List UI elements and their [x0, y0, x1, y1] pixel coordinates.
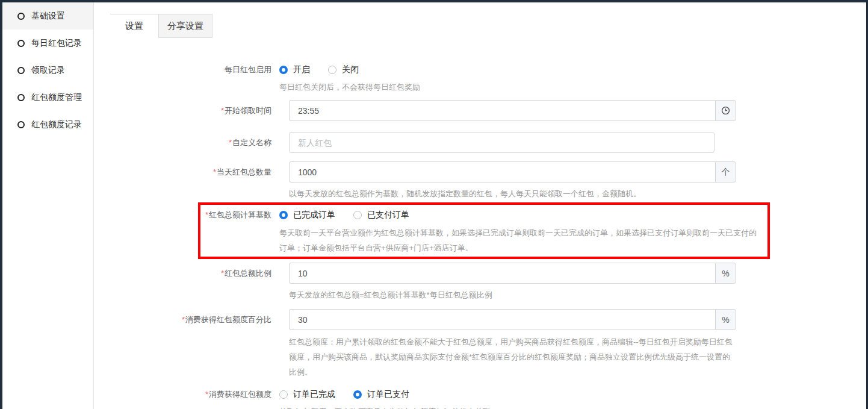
- radio-unchecked-icon: [328, 66, 336, 74]
- row-total-count: *当天红包总数量 个 以每天发放的红包总额作为基数，随机发放指定数量的红包，每人…: [95, 161, 866, 199]
- field-label: 每日红包启用: [95, 64, 271, 93]
- required-mark: *: [205, 390, 208, 399]
- total-ratio-input[interactable]: [289, 263, 715, 284]
- radio-label: 已支付订单: [367, 210, 409, 220]
- tab-bar: 设置 分享设置: [110, 14, 212, 38]
- field-content: [289, 100, 736, 121]
- custom-name-input[interactable]: [289, 132, 715, 153]
- radio-enable-on[interactable]: 开启: [279, 64, 310, 75]
- label-text: 自定义名称: [232, 138, 271, 147]
- sidebar-item-label: 领取记录: [31, 65, 65, 76]
- sidebar-item-quota-management[interactable]: 红包额度管理: [2, 84, 93, 111]
- sidebar-item-label: 红包额度记录: [31, 119, 82, 130]
- sidebar: 基础设置 每日红包记录 领取记录 红包额度管理 红包额度记录: [2, 2, 94, 409]
- window-frame-left: [0, 0, 2, 409]
- field-content: 订单已完成 订单已支付 获取红包额度：用户购买商品产生的红包额度与订单状态关联: [279, 389, 491, 409]
- label-text: 消费获得红包额度: [209, 390, 271, 399]
- radio-checked-icon: [279, 66, 288, 74]
- radio-order-completed[interactable]: 订单已完成: [279, 389, 335, 400]
- field-content: % 红包总额度：用户累计领取的红包金额不能大于红包总额度，用户购买商品获得红包额…: [289, 309, 737, 379]
- label-text: 消费获得红包额度百分比: [185, 315, 271, 324]
- sidebar-item-daily-redpacket-records[interactable]: 每日红包记录: [2, 30, 93, 57]
- circle-icon: [17, 13, 25, 20]
- label-text: 每日红包启用: [225, 65, 271, 74]
- helper-text: 每天取前一天平台营业额作为红包总额计算基数，如果选择已完成订单则取前一天已完成的…: [279, 225, 761, 255]
- row-calc-base: *红包总额计算基数 已完成订单 已支付订单 每天取前一天平台营业额作为红包总额计: [95, 209, 866, 255]
- field-content: [289, 132, 715, 153]
- helper-text: 以每天发放的红包总额作为基数，随机发放指定数量的红包，每人每天只能领取一个红包，…: [289, 188, 736, 199]
- label-text: 当天红包总数量: [217, 167, 271, 176]
- field-label: *红包总额计算基数: [95, 209, 271, 255]
- field-content: 个 以每天发放的红包总额作为基数，随机发放指定数量的红包，每人每天只能领取一个红…: [289, 161, 736, 199]
- radio-label: 订单已支付: [367, 389, 409, 400]
- label-text: 红包总额计算基数: [209, 210, 271, 219]
- row-total-ratio: *红包总额比例 % 每天发放的红包总额=红包总额计算基数*每日红包总额比例: [95, 263, 866, 301]
- circle-icon: [17, 94, 25, 101]
- main-panel: 设置 分享设置 每日红包启用 开启 关闭: [95, 2, 866, 409]
- field-label: *红包总额比例: [95, 263, 271, 301]
- required-mark: *: [221, 269, 224, 278]
- time-picker-button[interactable]: [715, 100, 736, 121]
- radio-unchecked-icon: [353, 211, 362, 219]
- radio-label: 已完成订单: [293, 210, 335, 220]
- radio-label: 开启: [293, 64, 310, 75]
- sidebar-item-label: 基础设置: [31, 11, 65, 22]
- helper-text: 获取红包额度：用户购买商品产生的红包额度与订单状态关联: [279, 406, 491, 409]
- radio-label: 关闭: [342, 64, 359, 75]
- row-quota-state: *消费获得红包额度 订单已完成 订单已支付 获取红包额度：用户购买商品产生的红包: [95, 389, 866, 409]
- row-start-time: *开始领取时间: [95, 100, 866, 121]
- sidebar-item-quota-records[interactable]: 红包额度记录: [2, 111, 93, 138]
- percent-suffix: %: [715, 263, 736, 284]
- radio-unchecked-icon: [279, 390, 288, 399]
- settings-form: 每日红包启用 开启 关闭 每日红包关闭后，不会获得每日红包奖励: [95, 64, 866, 409]
- radio-checked-icon: [353, 390, 362, 399]
- label-text: 红包总额比例: [225, 269, 271, 278]
- field-content: 已完成订单 已支付订单 每天取前一天平台营业额作为红包总额计算基数，如果选择已完…: [279, 209, 761, 255]
- circle-icon: [17, 40, 25, 47]
- field-label: *开始领取时间: [95, 100, 271, 121]
- total-count-input[interactable]: [289, 161, 715, 183]
- radio-enable-off[interactable]: 关闭: [328, 64, 359, 75]
- field-content: % 每天发放的红包总额=红包总额计算基数*每日红包总额比例: [289, 263, 736, 301]
- percent-suffix: %: [715, 309, 736, 330]
- required-mark: *: [229, 138, 232, 147]
- field-content: 开启 关闭 每日红包关闭后，不会获得每日红包奖励: [279, 64, 420, 93]
- start-time-input[interactable]: [289, 100, 715, 121]
- radio-completed-orders[interactable]: 已完成订单: [279, 210, 335, 220]
- required-mark: *: [213, 167, 216, 176]
- field-label: *当天红包总数量: [95, 161, 271, 199]
- radio-order-paid[interactable]: 订单已支付: [353, 389, 409, 400]
- row-custom-name: *自定义名称: [95, 132, 866, 153]
- sidebar-item-label: 红包额度管理: [31, 92, 82, 103]
- row-daily-enable: 每日红包启用 开启 关闭 每日红包关闭后，不会获得每日红包奖励: [95, 64, 866, 93]
- app-root: 基础设置 每日红包记录 领取记录 红包额度管理 红包额度记录 设置 分享设置: [0, 0, 868, 409]
- sidebar-item-basic-settings[interactable]: 基础设置: [2, 2, 93, 30]
- helper-text: 每日红包关闭后，不会获得每日红包奖励: [279, 81, 420, 93]
- window-frame-top: [0, 0, 868, 2]
- field-label: *消费获得红包额度: [95, 389, 271, 409]
- radio-checked-icon: [279, 211, 288, 219]
- radio-label: 订单已完成: [293, 389, 335, 400]
- circle-icon: [17, 67, 25, 74]
- radio-paid-orders[interactable]: 已支付订单: [353, 210, 409, 220]
- field-label: *消费获得红包额度百分比: [95, 309, 271, 379]
- row-quota-percent: *消费获得红包额度百分比 % 红包总额度：用户累计领取的红包金额不能大于红包总额…: [95, 309, 866, 379]
- helper-text: 每天发放的红包总额=红包总额计算基数*每日红包总额比例: [289, 289, 736, 301]
- helper-text: 红包总额度：用户累计领取的红包金额不能大于红包总额度，用户购买商品获得红包额度，…: [289, 334, 737, 379]
- sidebar-item-label: 每日红包记录: [31, 38, 82, 49]
- tab-settings[interactable]: 设置: [110, 14, 158, 38]
- unit-suffix: 个: [715, 161, 736, 183]
- sidebar-item-claim-records[interactable]: 领取记录: [2, 57, 93, 84]
- quota-percent-input[interactable]: [289, 309, 715, 330]
- tab-share-settings[interactable]: 分享设置: [158, 14, 212, 38]
- circle-icon: [17, 121, 25, 128]
- required-mark: *: [221, 106, 224, 115]
- required-mark: *: [182, 315, 185, 324]
- label-text: 开始领取时间: [225, 106, 271, 115]
- required-mark: *: [205, 210, 208, 219]
- clock-icon: [721, 106, 730, 115]
- field-label: *自定义名称: [95, 132, 271, 153]
